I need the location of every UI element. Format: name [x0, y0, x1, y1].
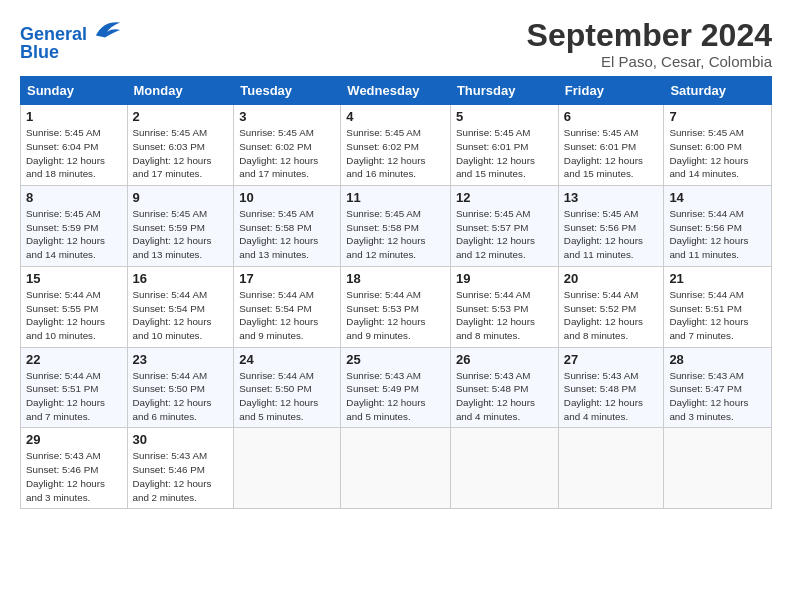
- day-number: 22: [26, 352, 122, 367]
- header: General Blue September 2024 El Paso, Ces…: [20, 18, 772, 70]
- calendar-table: SundayMondayTuesdayWednesdayThursdayFrid…: [20, 76, 772, 509]
- cell-info: Sunrise: 5:45 AM Sunset: 5:56 PM Dayligh…: [564, 207, 659, 262]
- day-number: 29: [26, 432, 122, 447]
- cell-info: Sunrise: 5:44 AM Sunset: 5:50 PM Dayligh…: [133, 369, 229, 424]
- cell-info: Sunrise: 5:45 AM Sunset: 5:57 PM Dayligh…: [456, 207, 553, 262]
- col-header-thursday: Thursday: [450, 77, 558, 105]
- cell-info: Sunrise: 5:45 AM Sunset: 5:58 PM Dayligh…: [346, 207, 445, 262]
- calendar-cell: 28Sunrise: 5:43 AM Sunset: 5:47 PM Dayli…: [664, 347, 772, 428]
- calendar-cell: [234, 428, 341, 509]
- calendar-cell: 20Sunrise: 5:44 AM Sunset: 5:52 PM Dayli…: [558, 266, 664, 347]
- day-number: 5: [456, 109, 553, 124]
- calendar-cell: 1Sunrise: 5:45 AM Sunset: 6:04 PM Daylig…: [21, 105, 128, 186]
- calendar-cell: 25Sunrise: 5:43 AM Sunset: 5:49 PM Dayli…: [341, 347, 451, 428]
- cell-info: Sunrise: 5:45 AM Sunset: 6:01 PM Dayligh…: [564, 126, 659, 181]
- day-number: 15: [26, 271, 122, 286]
- week-row-2: 8Sunrise: 5:45 AM Sunset: 5:59 PM Daylig…: [21, 186, 772, 267]
- day-number: 17: [239, 271, 335, 286]
- week-row-5: 29Sunrise: 5:43 AM Sunset: 5:46 PM Dayli…: [21, 428, 772, 509]
- day-number: 13: [564, 190, 659, 205]
- cell-info: Sunrise: 5:44 AM Sunset: 5:55 PM Dayligh…: [26, 288, 122, 343]
- day-number: 12: [456, 190, 553, 205]
- calendar-cell: 3Sunrise: 5:45 AM Sunset: 6:02 PM Daylig…: [234, 105, 341, 186]
- day-number: 24: [239, 352, 335, 367]
- cell-info: Sunrise: 5:45 AM Sunset: 6:03 PM Dayligh…: [133, 126, 229, 181]
- day-number: 19: [456, 271, 553, 286]
- logo: General Blue: [20, 18, 122, 63]
- calendar-cell: 4Sunrise: 5:45 AM Sunset: 6:02 PM Daylig…: [341, 105, 451, 186]
- cell-info: Sunrise: 5:44 AM Sunset: 5:53 PM Dayligh…: [346, 288, 445, 343]
- calendar-cell: 16Sunrise: 5:44 AM Sunset: 5:54 PM Dayli…: [127, 266, 234, 347]
- calendar-cell: [450, 428, 558, 509]
- day-number: 2: [133, 109, 229, 124]
- day-number: 3: [239, 109, 335, 124]
- day-number: 28: [669, 352, 766, 367]
- day-number: 16: [133, 271, 229, 286]
- col-header-friday: Friday: [558, 77, 664, 105]
- day-number: 9: [133, 190, 229, 205]
- calendar-cell: 11Sunrise: 5:45 AM Sunset: 5:58 PM Dayli…: [341, 186, 451, 267]
- calendar-cell: 24Sunrise: 5:44 AM Sunset: 5:50 PM Dayli…: [234, 347, 341, 428]
- calendar-cell: 10Sunrise: 5:45 AM Sunset: 5:58 PM Dayli…: [234, 186, 341, 267]
- col-header-tuesday: Tuesday: [234, 77, 341, 105]
- month-title: September 2024: [527, 18, 772, 53]
- calendar-cell: 17Sunrise: 5:44 AM Sunset: 5:54 PM Dayli…: [234, 266, 341, 347]
- cell-info: Sunrise: 5:44 AM Sunset: 5:50 PM Dayligh…: [239, 369, 335, 424]
- cell-info: Sunrise: 5:43 AM Sunset: 5:48 PM Dayligh…: [564, 369, 659, 424]
- calendar-cell: 6Sunrise: 5:45 AM Sunset: 6:01 PM Daylig…: [558, 105, 664, 186]
- cell-info: Sunrise: 5:43 AM Sunset: 5:47 PM Dayligh…: [669, 369, 766, 424]
- cell-info: Sunrise: 5:43 AM Sunset: 5:46 PM Dayligh…: [133, 449, 229, 504]
- day-number: 1: [26, 109, 122, 124]
- calendar-cell: 27Sunrise: 5:43 AM Sunset: 5:48 PM Dayli…: [558, 347, 664, 428]
- calendar-cell: 14Sunrise: 5:44 AM Sunset: 5:56 PM Dayli…: [664, 186, 772, 267]
- cell-info: Sunrise: 5:43 AM Sunset: 5:48 PM Dayligh…: [456, 369, 553, 424]
- cell-info: Sunrise: 5:44 AM Sunset: 5:54 PM Dayligh…: [239, 288, 335, 343]
- cell-info: Sunrise: 5:45 AM Sunset: 6:02 PM Dayligh…: [239, 126, 335, 181]
- cell-info: Sunrise: 5:45 AM Sunset: 5:59 PM Dayligh…: [26, 207, 122, 262]
- cell-info: Sunrise: 5:45 AM Sunset: 5:59 PM Dayligh…: [133, 207, 229, 262]
- title-block: September 2024 El Paso, Cesar, Colombia: [527, 18, 772, 70]
- week-row-3: 15Sunrise: 5:44 AM Sunset: 5:55 PM Dayli…: [21, 266, 772, 347]
- col-header-monday: Monday: [127, 77, 234, 105]
- cell-info: Sunrise: 5:45 AM Sunset: 6:04 PM Dayligh…: [26, 126, 122, 181]
- calendar-cell: 7Sunrise: 5:45 AM Sunset: 6:00 PM Daylig…: [664, 105, 772, 186]
- calendar-cell: 18Sunrise: 5:44 AM Sunset: 5:53 PM Dayli…: [341, 266, 451, 347]
- day-number: 10: [239, 190, 335, 205]
- location: El Paso, Cesar, Colombia: [527, 53, 772, 70]
- calendar-cell: 15Sunrise: 5:44 AM Sunset: 5:55 PM Dayli…: [21, 266, 128, 347]
- calendar-cell: 29Sunrise: 5:43 AM Sunset: 5:46 PM Dayli…: [21, 428, 128, 509]
- cell-info: Sunrise: 5:44 AM Sunset: 5:52 PM Dayligh…: [564, 288, 659, 343]
- col-header-wednesday: Wednesday: [341, 77, 451, 105]
- day-number: 21: [669, 271, 766, 286]
- header-row: SundayMondayTuesdayWednesdayThursdayFrid…: [21, 77, 772, 105]
- cell-info: Sunrise: 5:43 AM Sunset: 5:46 PM Dayligh…: [26, 449, 122, 504]
- calendar-cell: 5Sunrise: 5:45 AM Sunset: 6:01 PM Daylig…: [450, 105, 558, 186]
- calendar-cell: 26Sunrise: 5:43 AM Sunset: 5:48 PM Dayli…: [450, 347, 558, 428]
- cell-info: Sunrise: 5:45 AM Sunset: 6:01 PM Dayligh…: [456, 126, 553, 181]
- calendar-cell: [341, 428, 451, 509]
- cell-info: Sunrise: 5:45 AM Sunset: 6:00 PM Dayligh…: [669, 126, 766, 181]
- day-number: 7: [669, 109, 766, 124]
- day-number: 30: [133, 432, 229, 447]
- logo-text: General: [20, 18, 122, 45]
- day-number: 25: [346, 352, 445, 367]
- calendar-cell: 2Sunrise: 5:45 AM Sunset: 6:03 PM Daylig…: [127, 105, 234, 186]
- cell-info: Sunrise: 5:45 AM Sunset: 6:02 PM Dayligh…: [346, 126, 445, 181]
- cell-info: Sunrise: 5:44 AM Sunset: 5:51 PM Dayligh…: [669, 288, 766, 343]
- calendar-cell: 8Sunrise: 5:45 AM Sunset: 5:59 PM Daylig…: [21, 186, 128, 267]
- day-number: 26: [456, 352, 553, 367]
- day-number: 14: [669, 190, 766, 205]
- day-number: 18: [346, 271, 445, 286]
- calendar-cell: 9Sunrise: 5:45 AM Sunset: 5:59 PM Daylig…: [127, 186, 234, 267]
- day-number: 4: [346, 109, 445, 124]
- cell-info: Sunrise: 5:44 AM Sunset: 5:51 PM Dayligh…: [26, 369, 122, 424]
- calendar-cell: 13Sunrise: 5:45 AM Sunset: 5:56 PM Dayli…: [558, 186, 664, 267]
- day-number: 23: [133, 352, 229, 367]
- cell-info: Sunrise: 5:44 AM Sunset: 5:53 PM Dayligh…: [456, 288, 553, 343]
- calendar-cell: [664, 428, 772, 509]
- calendar-cell: 19Sunrise: 5:44 AM Sunset: 5:53 PM Dayli…: [450, 266, 558, 347]
- cell-info: Sunrise: 5:45 AM Sunset: 5:58 PM Dayligh…: [239, 207, 335, 262]
- calendar-cell: 23Sunrise: 5:44 AM Sunset: 5:50 PM Dayli…: [127, 347, 234, 428]
- day-number: 11: [346, 190, 445, 205]
- calendar-cell: [558, 428, 664, 509]
